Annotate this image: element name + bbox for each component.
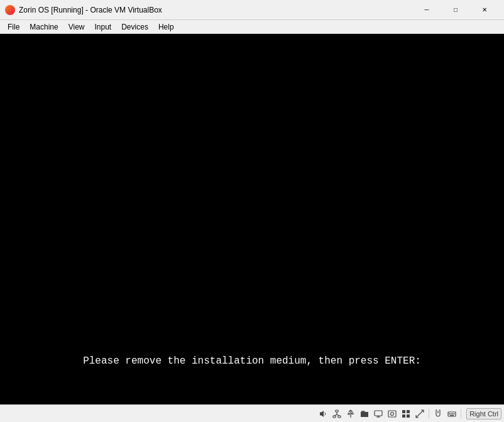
shared-folders-icon[interactable] [358,408,371,420]
svg-rect-16 [402,410,405,413]
svg-rect-10 [352,413,354,414]
menu-help[interactable]: Help [153,20,179,34]
svg-rect-17 [407,410,410,413]
svg-rect-1 [333,416,336,418]
svg-point-9 [348,413,349,414]
svg-rect-0 [336,410,338,412]
svg-rect-11 [375,411,382,416]
window-title: Zorin OS [Running] - Oracle VM VirtualBo… [19,6,162,14]
title-bar: Zorin OS [Running] - Oracle VM VirtualBo… [0,0,504,20]
separator-2 [461,409,461,419]
network-icon[interactable] [331,408,343,420]
svg-rect-19 [407,414,410,418]
title-bar-left: Zorin OS [Running] - Oracle VM VirtualBo… [5,5,162,15]
status-bar: Right Ctrl [0,404,504,422]
separator-1 [429,409,429,419]
audio-icon[interactable] [317,408,329,420]
svg-rect-2 [338,416,341,418]
window-controls: ─ □ ✕ [412,0,499,20]
vm-screen[interactable]: Please remove the installation medium, t… [0,34,504,404]
menu-bar: File Machine View Input Devices Help [0,20,504,34]
minimize-button[interactable]: ─ [412,0,441,20]
maximize-button[interactable]: □ [441,0,470,20]
keyboard-icon[interactable] [446,408,458,420]
menu-input[interactable]: Input [90,20,117,34]
right-ctrl-label: Right Ctrl [466,408,501,419]
menu-devices[interactable]: Devices [116,20,153,34]
usb-icon[interactable] [344,408,357,420]
seamless-icon[interactable] [400,408,412,420]
menu-file[interactable]: File [3,20,25,34]
mouse-icon[interactable] [432,408,444,420]
menu-view[interactable]: View [63,20,90,34]
scale-icon[interactable] [414,408,426,420]
svg-rect-18 [402,414,405,418]
display-icon[interactable] [372,408,385,420]
close-button[interactable]: ✕ [470,0,499,20]
menu-machine[interactable]: Machine [25,20,63,34]
svg-rect-14 [388,411,396,417]
screenshot-icon[interactable] [386,408,398,420]
svg-point-15 [391,412,394,415]
vm-message: Please remove the installation medium, t… [83,355,421,367]
app-icon [5,5,15,15]
